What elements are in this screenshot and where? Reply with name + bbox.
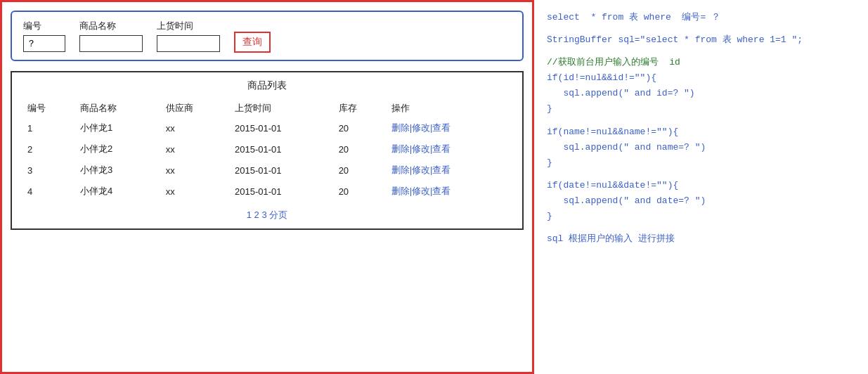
id-field-group: 编号 xyxy=(23,20,65,52)
name-input[interactable] xyxy=(79,35,143,52)
code-line: StringBuffer sql="select * from 表 where … xyxy=(547,32,855,48)
name-field-group: 商品名称 xyxy=(79,20,143,52)
table-row: 2 小伴龙2 xx 2015-01-01 20 删除|修改|查看 xyxy=(22,138,512,160)
code-line: if(date!=nul&&date!=""){ xyxy=(547,178,855,193)
code-spacer xyxy=(547,25,855,32)
cell-name: 小伴龙1 xyxy=(75,117,160,138)
table-row: 1 小伴龙1 xx 2015-01-01 20 删除|修改|查看 xyxy=(22,117,512,138)
search-button[interactable]: 查询 xyxy=(234,32,271,53)
cell-name: 小伴龙4 xyxy=(75,181,160,202)
cell-supplier: xx xyxy=(160,160,229,181)
col-header-date: 上货时间 xyxy=(229,99,333,117)
code-line: } xyxy=(547,155,855,171)
code-line: sql 根据用户的输入 进行拼接 xyxy=(547,231,855,247)
code-spacer xyxy=(547,224,855,231)
code-line: if(name!=nul&&name!=""){ xyxy=(547,124,855,140)
date-field-group: 上货时间 xyxy=(157,20,220,52)
code-line: if(id!=nul&&id!=""){ xyxy=(547,70,855,86)
table-row: 4 小伴龙4 xx 2015-01-01 20 删除|修改|查看 xyxy=(22,181,512,202)
table-row: 3 小伴龙3 xx 2015-01-01 20 删除|修改|查看 xyxy=(22,160,512,181)
pagination[interactable]: 1 2 3 分页 xyxy=(22,209,512,221)
col-header-supplier: 供应商 xyxy=(160,99,229,117)
code-spacer xyxy=(547,117,855,124)
code-line: sql.append(" and id=? ") xyxy=(547,86,855,101)
col-header-stock: 库存 xyxy=(333,99,386,117)
col-header-name: 商品名称 xyxy=(75,99,160,117)
cell-supplier: xx xyxy=(160,138,229,160)
cell-date: 2015-01-01 xyxy=(229,160,333,181)
cell-date: 2015-01-01 xyxy=(229,117,333,138)
code-line: sql.append(" and name=? ") xyxy=(547,140,855,155)
table-header-row: 编号 商品名称 供应商 上货时间 库存 操作 xyxy=(22,99,512,117)
cell-supplier: xx xyxy=(160,117,229,138)
table-title: 商品列表 xyxy=(22,79,512,92)
code-line: } xyxy=(547,209,855,224)
table-area: 商品列表 编号 商品名称 供应商 上货时间 库存 操作 1 小伴龙1 xx 20… xyxy=(11,71,524,230)
cell-stock: 20 xyxy=(333,117,386,138)
cell-id: 3 xyxy=(22,160,75,181)
name-label: 商品名称 xyxy=(79,20,143,32)
cell-stock: 20 xyxy=(333,138,386,160)
cell-stock: 20 xyxy=(333,181,386,202)
cell-actions[interactable]: 删除|修改|查看 xyxy=(386,160,512,181)
code-spacer xyxy=(547,171,855,178)
code-line: } xyxy=(547,101,855,117)
cell-date: 2015-01-01 xyxy=(229,181,333,202)
code-spacer xyxy=(547,48,855,55)
cell-actions[interactable]: 删除|修改|查看 xyxy=(386,117,512,138)
cell-name: 小伴龙3 xyxy=(75,160,160,181)
cell-date: 2015-01-01 xyxy=(229,138,333,160)
cell-id: 1 xyxy=(22,117,75,138)
product-table: 编号 商品名称 供应商 上货时间 库存 操作 1 小伴龙1 xx 2015-01… xyxy=(22,99,512,202)
cell-name: 小伴龙2 xyxy=(75,138,160,160)
id-label: 编号 xyxy=(23,20,65,32)
right-panel: select * from 表 where 编号= ？StringBuffer … xyxy=(534,0,868,374)
left-panel: 编号 商品名称 上货时间 查询 商品列表 编号 商品名称 供应商 上货时间 库存… xyxy=(0,0,534,374)
cell-actions[interactable]: 删除|修改|查看 xyxy=(386,138,512,160)
cell-actions[interactable]: 删除|修改|查看 xyxy=(386,181,512,202)
cell-supplier: xx xyxy=(160,181,229,202)
code-line: select * from 表 where 编号= ？ xyxy=(547,10,855,25)
search-area: 编号 商品名称 上货时间 查询 xyxy=(11,11,524,61)
date-label: 上货时间 xyxy=(157,20,220,32)
col-header-id: 编号 xyxy=(22,99,75,117)
id-input[interactable] xyxy=(23,35,65,52)
code-line: //获取前台用户输入的编号 id xyxy=(547,55,855,70)
cell-id: 4 xyxy=(22,181,75,202)
cell-stock: 20 xyxy=(333,160,386,181)
col-header-actions: 操作 xyxy=(386,99,512,117)
code-line: sql.append(" and date=? ") xyxy=(547,193,855,209)
date-input[interactable] xyxy=(157,35,220,52)
cell-id: 2 xyxy=(22,138,75,160)
